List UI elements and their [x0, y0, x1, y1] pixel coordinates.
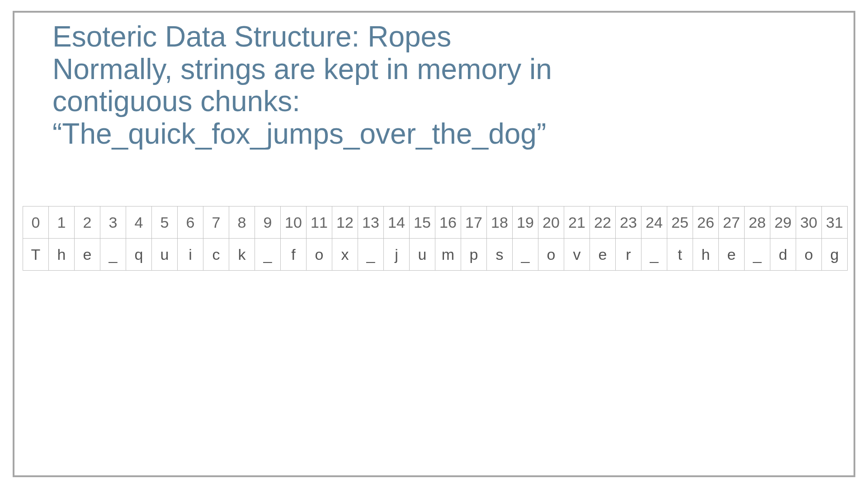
char-cell: d — [770, 239, 796, 271]
slide-frame: Esoteric Data Structure: Ropes Normally,… — [13, 11, 855, 477]
index-cell: 3 — [100, 206, 126, 239]
char-cell: _ — [642, 239, 667, 271]
char-cell: x — [332, 239, 358, 271]
index-cell: 9 — [255, 206, 281, 239]
char-cell: o — [796, 239, 822, 271]
char-cell: _ — [100, 239, 126, 271]
index-cell: 11 — [307, 206, 332, 239]
index-cell: 29 — [770, 206, 796, 239]
char-cell: g — [822, 239, 848, 271]
index-cell: 2 — [75, 206, 100, 239]
char-cell: i — [178, 239, 203, 271]
index-cell: 1 — [49, 206, 75, 239]
index-cell: 15 — [410, 206, 435, 239]
char-cell: T — [23, 239, 49, 271]
index-cell: 25 — [667, 206, 693, 239]
string-array-table: 0 1 2 3 4 5 6 7 8 9 10 11 12 13 14 15 16… — [23, 206, 848, 271]
char-cell: _ — [745, 239, 770, 271]
char-cell: u — [152, 239, 178, 271]
char-cell: u — [410, 239, 435, 271]
char-cell: v — [564, 239, 590, 271]
char-cell: h — [693, 239, 719, 271]
index-cell: 27 — [719, 206, 745, 239]
char-cell: q — [126, 239, 152, 271]
index-cell: 24 — [642, 206, 667, 239]
index-cell: 28 — [745, 206, 770, 239]
char-cell: h — [49, 239, 75, 271]
index-cell: 4 — [126, 206, 152, 239]
index-cell: 26 — [693, 206, 719, 239]
char-cell: k — [229, 239, 255, 271]
heading-line-2: Normally, strings are kept in memory in — [52, 53, 816, 86]
index-cell: 8 — [229, 206, 255, 239]
index-cell: 0 — [23, 206, 49, 239]
index-cell: 31 — [822, 206, 848, 239]
char-cell: _ — [255, 239, 281, 271]
char-cell: c — [203, 239, 229, 271]
char-row: T h e _ q u i c k _ f o x _ j u m p s _ … — [23, 239, 848, 271]
char-cell: e — [719, 239, 745, 271]
char-cell: j — [384, 239, 410, 271]
index-row: 0 1 2 3 4 5 6 7 8 9 10 11 12 13 14 15 16… — [23, 206, 848, 239]
index-cell: 5 — [152, 206, 178, 239]
index-cell: 18 — [487, 206, 513, 239]
index-cell: 23 — [616, 206, 642, 239]
index-cell: 14 — [384, 206, 410, 239]
char-cell: e — [75, 239, 100, 271]
char-cell: m — [435, 239, 461, 271]
index-cell: 6 — [178, 206, 203, 239]
char-cell: o — [307, 239, 332, 271]
char-cell: r — [616, 239, 642, 271]
char-cell: p — [461, 239, 487, 271]
index-cell: 22 — [590, 206, 616, 239]
index-cell: 30 — [796, 206, 822, 239]
index-cell: 20 — [538, 206, 564, 239]
index-cell: 12 — [332, 206, 358, 239]
heading-line-1: Esoteric Data Structure: Ropes — [52, 21, 816, 53]
index-cell: 10 — [281, 206, 307, 239]
index-cell: 19 — [513, 206, 538, 239]
char-cell: _ — [513, 239, 538, 271]
char-cell: s — [487, 239, 513, 271]
char-cell: o — [538, 239, 564, 271]
heading-line-3: contiguous chunks: — [52, 85, 816, 118]
char-cell: _ — [358, 239, 384, 271]
char-cell: e — [590, 239, 616, 271]
index-cell: 13 — [358, 206, 384, 239]
index-cell: 17 — [461, 206, 487, 239]
index-cell: 7 — [203, 206, 229, 239]
index-cell: 16 — [435, 206, 461, 239]
char-cell: f — [281, 239, 307, 271]
heading-line-4: “The_quick_fox_jumps_over_the_dog” — [52, 118, 816, 150]
slide-heading: Esoteric Data Structure: Ropes Normally,… — [52, 21, 816, 150]
char-cell: t — [667, 239, 693, 271]
index-cell: 21 — [564, 206, 590, 239]
